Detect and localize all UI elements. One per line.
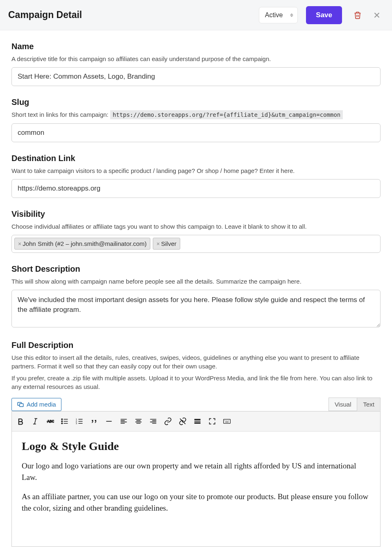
name-help: A descriptive title for this campaign so… xyxy=(11,55,381,63)
full-desc-help1: Use this editor to insert all the detail… xyxy=(11,353,381,370)
slug-input[interactable] xyxy=(11,123,381,142)
link-icon xyxy=(164,417,172,425)
bold-button[interactable] xyxy=(14,414,27,428)
visibility-tag: × Silver xyxy=(153,238,180,250)
editor-tabs: Visual Text xyxy=(329,398,381,411)
hr-button[interactable] xyxy=(102,414,116,428)
tag-remove-icon[interactable]: × xyxy=(156,241,160,247)
unlink-icon xyxy=(179,417,187,425)
close-button[interactable] xyxy=(370,8,384,22)
readmore-button[interactable] xyxy=(190,414,204,428)
editor-toolbar: ABC 123 xyxy=(12,411,380,432)
align-right-button[interactable] xyxy=(146,414,160,428)
full-desc-help2: If you prefer, create a .zip file with m… xyxy=(11,374,381,391)
add-media-button[interactable]: Add media xyxy=(11,398,61,411)
readmore-icon xyxy=(193,417,202,425)
save-button[interactable]: Save xyxy=(306,6,342,24)
link-button[interactable] xyxy=(161,414,175,428)
slug-label: Slug xyxy=(11,98,381,107)
slug-url-preview: https://demo.storeapps.org/?ref={affilia… xyxy=(110,110,343,119)
align-right-icon xyxy=(149,417,157,425)
quote-icon xyxy=(90,417,98,425)
visibility-tag: × John Smith (#2 – john.smith@mailinator… xyxy=(14,238,150,250)
svg-rect-8 xyxy=(195,421,201,422)
align-center-icon xyxy=(134,417,143,425)
editor-paragraph: As an affiliate partner, you can use our… xyxy=(22,491,370,514)
status-select[interactable]: Active xyxy=(259,7,298,23)
chevron-updown-icon xyxy=(290,13,293,17)
svg-text:3: 3 xyxy=(76,422,77,424)
align-left-icon xyxy=(120,417,128,425)
fullscreen-button[interactable] xyxy=(205,414,219,428)
destination-input[interactable] xyxy=(11,179,381,198)
horizontal-rule-icon xyxy=(105,417,113,425)
editor-heading: Logo & Style Guide xyxy=(22,440,370,453)
numbered-list-icon: 123 xyxy=(75,417,84,425)
align-center-button[interactable] xyxy=(131,414,145,428)
short-desc-help: This will show along with campaign name … xyxy=(11,277,381,286)
editor-paragraph: Our logo and logo variations are our own… xyxy=(22,460,370,484)
full-desc-label: Full Description xyxy=(11,341,381,350)
align-left-button[interactable] xyxy=(117,414,131,428)
tab-text[interactable]: Text xyxy=(357,398,381,411)
visibility-input[interactable]: × John Smith (#2 – john.smith@mailinator… xyxy=(11,235,381,253)
bullet-list-icon xyxy=(61,417,69,425)
strikethrough-button[interactable]: ABC xyxy=(43,414,57,428)
italic-icon xyxy=(31,417,39,425)
field-destination: Destination Link Want to take campaign v… xyxy=(11,154,381,198)
kitchen-sink-button[interactable] xyxy=(220,414,234,428)
editor-content[interactable]: Logo & Style Guide Our logo and logo var… xyxy=(12,432,380,546)
bullet-list-button[interactable] xyxy=(58,414,72,428)
svg-point-1 xyxy=(61,418,63,420)
editor-top-row: Add media Visual Text xyxy=(11,398,381,411)
italic-button[interactable] xyxy=(28,414,42,428)
destination-label: Destination Link xyxy=(11,154,381,163)
rich-text-editor: ABC 123 Logo & Style Guide Our logo and … xyxy=(11,411,381,547)
short-desc-textarea[interactable] xyxy=(11,290,381,327)
keyboard-icon xyxy=(223,417,231,425)
page-title: Campaign Detail xyxy=(8,9,259,20)
field-visibility: Visibility Choose individual affiliates … xyxy=(11,209,381,253)
field-slug: Slug Short text in links for this campai… xyxy=(11,98,381,142)
slug-help: Short text in links for this campaign: h… xyxy=(11,110,381,119)
field-short-description: Short Description This will show along w… xyxy=(11,264,381,329)
trash-icon xyxy=(353,11,362,19)
fullscreen-icon xyxy=(208,417,216,425)
media-icon xyxy=(17,401,24,408)
name-label: Name xyxy=(11,42,381,51)
field-full-description: Full Description Use this editor to inse… xyxy=(11,341,381,391)
visibility-help: Choose individual affiliates or affiliat… xyxy=(11,222,381,231)
tag-remove-icon[interactable]: × xyxy=(18,241,21,247)
tab-visual[interactable]: Visual xyxy=(329,398,357,411)
status-value: Active xyxy=(265,11,283,19)
strikethrough-icon: ABC xyxy=(46,417,54,425)
header-bar: Campaign Detail Active Save xyxy=(0,0,392,30)
field-name: Name A descriptive title for this campai… xyxy=(11,42,381,86)
visibility-label: Visibility xyxy=(11,209,381,219)
bold-icon xyxy=(16,417,25,425)
numbered-list-button[interactable]: 123 xyxy=(73,414,86,428)
unlink-button[interactable] xyxy=(176,414,190,428)
svg-rect-9 xyxy=(195,422,201,423)
name-input[interactable] xyxy=(11,67,381,86)
svg-rect-7 xyxy=(195,419,201,420)
blockquote-button[interactable] xyxy=(87,414,101,428)
svg-point-3 xyxy=(61,423,63,424)
close-icon xyxy=(372,11,381,20)
delete-button[interactable] xyxy=(351,9,364,22)
svg-point-2 xyxy=(61,420,63,422)
destination-help: Want to take campaign visitors to a spec… xyxy=(11,166,381,175)
svg-rect-10 xyxy=(224,419,231,423)
short-desc-label: Short Description xyxy=(11,264,381,274)
